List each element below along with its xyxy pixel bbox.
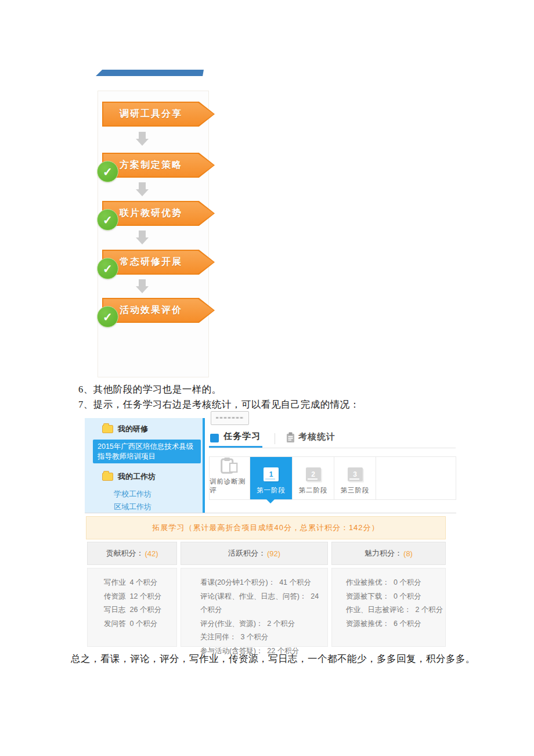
flow-step-label: 常态研修开展 — [102, 250, 215, 275]
tab-separator — [275, 433, 275, 444]
column-title: 魅力积分： — [365, 548, 402, 559]
book-icon: 1 — [264, 467, 279, 481]
document-page: 调研工具分享 方案制定策略 ✓ 联片教研优势 ✓ 常态研修开展 ✓ 活动效果评价… — [0, 0, 534, 756]
charm-points-body: 作业被推优： 0 个积分 资源被下载： 0 个积分 作业、日志被评论： 2 个积… — [331, 568, 446, 647]
column-value: (42) — [145, 549, 158, 558]
stage-selector-row: 训前诊断测评 1 第一阶段 2 第二阶段 3 第三阶段 — [209, 456, 456, 500]
sidebar: 我的研修 2015年广西区培信息技术县级指导教师培训项目 我的工作坊 学校工作坊… — [85, 418, 205, 513]
flow-step-label: 方案制定策略 — [102, 153, 215, 178]
stage-label: 第三阶段 — [341, 486, 370, 495]
sidebar-section-my-training[interactable]: 我的研修 — [102, 424, 148, 434]
checkmark-icon: ✓ — [97, 209, 118, 231]
doc-line-7: 7、提示，任务学习右边是考核统计，可以看见自己完成的情况： — [78, 398, 360, 411]
clipboard-icon — [286, 432, 295, 445]
blue-square-icon — [210, 434, 219, 442]
flow-step-label: 活动效果评价 — [102, 298, 215, 323]
flow-step-3[interactable]: 联片教研优势 ✓ — [102, 201, 215, 226]
doc-footer-line: 总之，看课，评论，评分，写作业，传资源，写日志，一个都不能少，多多回复，积分多多… — [71, 653, 475, 665]
down-arrow-icon — [134, 182, 151, 198]
points-row: 发问答 0 个积分 — [104, 617, 176, 631]
tab-task-learning[interactable]: 任务学习 — [223, 431, 261, 442]
sidebar-item-region-workshop[interactable]: 区域工作坊 — [114, 502, 151, 512]
points-row: 看课(20分钟1个积分)： 41 个积分 — [200, 576, 327, 590]
sidebar-item-school-workshop[interactable]: 学校工作坊 — [114, 489, 151, 499]
flow-step-1[interactable]: 调研工具分享 — [102, 102, 215, 127]
points-row: 评分(作业、资源)： 2 个积分 — [200, 617, 327, 631]
active-stage-pointer — [266, 499, 275, 503]
flow-step-label: 联片教研优势 — [102, 201, 215, 226]
checkmark-icon: ✓ — [97, 161, 118, 182]
contribution-points-body: 写作业 4 个积分 传资源 12 个积分 写日志 26 个积分 发问答 0 个积… — [87, 568, 177, 647]
points-row: 作业、日志被评论： 2 个积分 — [346, 603, 445, 617]
stage-3-button[interactable]: 3 第三阶段 — [334, 457, 376, 499]
activity-points-body: 看课(20分钟1个积分)： 41 个积分 评论(课程、作业、日志、问答)： 24… — [181, 568, 328, 647]
sidebar-section-my-workshop[interactable]: 我的工作坊 — [102, 471, 156, 482]
down-arrow-icon — [134, 279, 151, 295]
cropped-button[interactable] — [211, 411, 249, 425]
flow-step-label: 调研工具分享 — [102, 102, 215, 127]
points-row: 传资源 12 个积分 — [104, 590, 176, 604]
decorative-blue-bar — [96, 70, 204, 76]
column-title: 贡献积分： — [106, 548, 143, 559]
sidebar-item-selected-project[interactable]: 2015年广西区培信息技术县级指导教师培训项目 — [93, 440, 201, 463]
flow-step-5[interactable]: 活动效果评价 ✓ — [102, 298, 215, 323]
stage-number: 2 — [311, 470, 315, 478]
column-value: (8) — [403, 549, 413, 558]
column-value: (92) — [267, 549, 280, 558]
activity-points-header: 活跃积分：(92) — [181, 542, 328, 565]
stage-number: 3 — [353, 470, 357, 478]
points-row: 评论(课程、作业、日志、问答)： 24 个积分 — [200, 590, 327, 617]
checkmark-icon: ✓ — [97, 258, 118, 279]
stage-pretest-button[interactable]: 训前诊断测评 — [210, 457, 250, 499]
stage-1-button[interactable]: 1 第一阶段 — [250, 457, 293, 499]
tab-assessment-stats[interactable]: 考核统计 — [298, 431, 335, 442]
screenshot-bottom-edge — [85, 513, 456, 513]
stage-label: 第二阶段 — [299, 486, 328, 495]
book-icon: 2 — [306, 467, 321, 481]
folder-icon — [102, 425, 113, 433]
column-title: 活跃积分： — [228, 548, 266, 559]
flowchart-panel — [98, 91, 209, 377]
points-row: 作业被推优： 0 个积分 — [346, 576, 445, 590]
sidebar-section-label: 我的研修 — [118, 424, 148, 434]
charm-points-header: 魅力积分：(8) — [331, 542, 446, 565]
stage-label: 第一阶段 — [257, 486, 286, 495]
tab-divider-line — [209, 448, 456, 448]
stage-label: 训前诊断测评 — [210, 477, 250, 495]
points-row: 写作业 4 个积分 — [104, 576, 176, 590]
flow-step-2[interactable]: 方案制定策略 ✓ — [102, 153, 215, 178]
clipboard-icon — [219, 457, 240, 474]
points-row: 资源被下载： 0 个积分 — [346, 590, 445, 604]
sidebar-section-label: 我的工作坊 — [118, 471, 156, 482]
stage-2-button[interactable]: 2 第二阶段 — [293, 457, 334, 499]
points-row: 资源被推优： 6 个积分 — [346, 617, 445, 631]
book-icon: 3 — [348, 467, 363, 481]
down-arrow-icon — [134, 231, 151, 246]
down-arrow-icon — [134, 132, 151, 147]
stage-number: 1 — [269, 470, 273, 478]
points-row: 写日志 26 个积分 — [104, 603, 176, 617]
flow-step-4[interactable]: 常态研修开展 ✓ — [102, 250, 215, 275]
folder-icon — [102, 473, 113, 481]
doc-line-6: 6、其他阶段的学习也是一样的。 — [78, 383, 222, 396]
checkmark-icon: ✓ — [97, 306, 118, 327]
extended-learning-header: 拓展学习（累计最高折合项目成绩40分，总累计积分：142分） — [86, 516, 446, 539]
points-row: 关注同伴： 3 个积分 — [200, 631, 327, 645]
contribution-points-header: 贡献积分：(42) — [87, 542, 177, 565]
